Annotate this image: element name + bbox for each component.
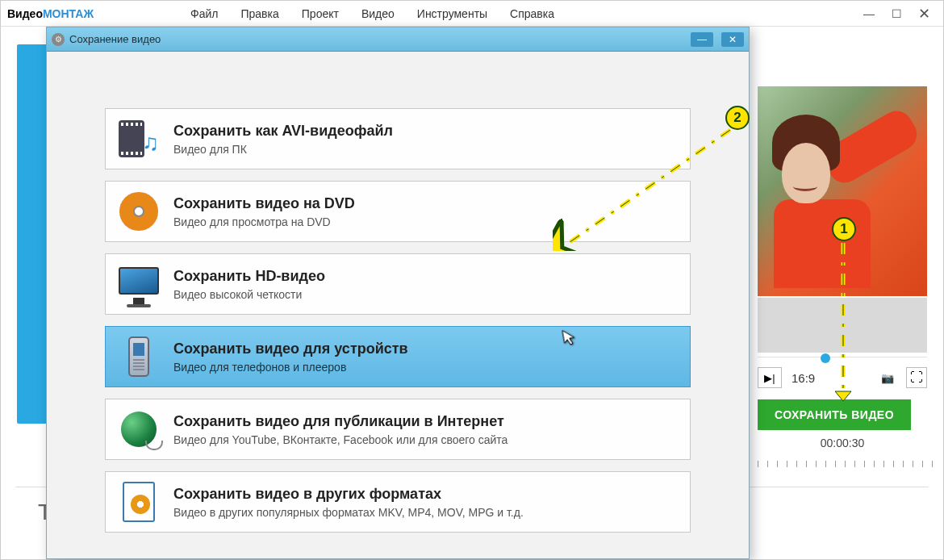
save-dialog: ⚙ Сохранение видео — ✕ ♫ Сохранить как A… <box>46 27 750 559</box>
option-desc: Видео для YouTube, ВКонтакте, Facebook и… <box>173 433 508 446</box>
next-button[interactable]: ▶| <box>758 367 782 388</box>
player-controls: ▶| 16:9 📷 ⛶ <box>758 362 927 393</box>
option-title: Сохранить видео для устройств <box>173 341 408 357</box>
app-menu: Файл Правка Проект Видео Инструменты Спр… <box>190 7 554 20</box>
dialog-title-bar[interactable]: ⚙ Сохранение видео — ✕ <box>47 27 749 52</box>
dialog-body: ♫ Сохранить как AVI-видеофайл Видео для … <box>47 52 749 533</box>
menu-project[interactable]: Проект <box>302 7 339 20</box>
option-save-dvd[interactable]: Сохранить видео на DVD Видео для просмот… <box>105 181 691 242</box>
option-title: Сохранить видео для публикации в Интерне… <box>173 413 508 430</box>
logo-text-1: Видео <box>7 7 43 20</box>
menu-file[interactable]: Файл <box>190 7 218 20</box>
dialog-minimize-button[interactable]: — <box>691 32 713 47</box>
option-title: Сохранить HD-видео <box>173 268 325 285</box>
dvd-disc-icon <box>117 190 161 233</box>
film-note-icon: ♫ <box>117 117 161 161</box>
option-desc: Видео высокой четкости <box>173 288 325 301</box>
app-maximize-button[interactable]: ☐ <box>883 5 909 23</box>
globe-icon <box>117 407 161 451</box>
logo-text-2: МОНТАЖ <box>43 7 94 20</box>
option-save-hd[interactable]: Сохранить HD-видео Видео высокой четкост… <box>105 253 691 315</box>
preview-padding <box>758 296 927 353</box>
snapshot-button[interactable]: 📷 <box>875 367 900 388</box>
annotation-marker-1: 1 <box>832 217 856 241</box>
preview-frame <box>758 86 927 296</box>
save-video-button[interactable]: СОХРАНИТЬ ВИДЕО <box>758 399 911 430</box>
annotation-marker-2: 2 <box>725 106 750 130</box>
dialog-icon: ⚙ <box>52 33 65 46</box>
fullscreen-button[interactable]: ⛶ <box>906 367 927 388</box>
menu-video[interactable]: Видео <box>361 7 395 20</box>
timecode-label: 00:00:30 <box>758 437 927 449</box>
monitor-icon <box>117 262 161 306</box>
aspect-ratio-label[interactable]: 16:9 <box>788 371 818 385</box>
file-reel-icon <box>117 480 161 524</box>
option-desc: Видео для телефонов и плееров <box>173 361 408 374</box>
app-window-controls: — ☐ ✕ <box>856 5 937 23</box>
menu-help[interactable]: Справка <box>510 7 554 20</box>
app-minimize-button[interactable]: — <box>856 5 882 23</box>
seek-bar[interactable] <box>758 353 927 357</box>
option-title: Сохранить видео в других форматах <box>173 486 524 503</box>
option-title: Сохранить видео на DVD <box>173 195 355 212</box>
option-save-other[interactable]: Сохранить видео в других форматах Видео … <box>105 471 691 533</box>
left-toolbar[interactable] <box>17 44 49 424</box>
app-close-button[interactable]: ✕ <box>911 5 937 23</box>
phone-icon <box>117 335 161 378</box>
app-title-bar: ВидеоМОНТАЖ Файл Правка Проект Видео Инс… <box>1 1 943 27</box>
preview-panel: ▶| 16:9 📷 ⛶ СОХРАНИТЬ ВИДЕО 00:00:30 <box>758 86 927 467</box>
option-save-avi[interactable]: ♫ Сохранить как AVI-видеофайл Видео для … <box>105 108 691 169</box>
app-window: ВидеоМОНТАЖ Файл Правка Проект Видео Инс… <box>0 0 944 560</box>
menu-edit[interactable]: Правка <box>240 7 278 20</box>
menu-tools[interactable]: Инструменты <box>417 7 487 20</box>
timeline-ruler[interactable] <box>758 453 935 467</box>
option-desc: Видео для ПК <box>173 143 393 156</box>
app-logo: ВидеоМОНТАЖ <box>7 7 94 20</box>
dialog-window-controls: — ✕ <box>691 32 744 47</box>
video-preview[interactable] <box>758 86 927 296</box>
option-save-devices[interactable]: Сохранить видео для устройств Видео для … <box>105 326 691 387</box>
seek-handle[interactable] <box>821 353 830 363</box>
option-desc: Видео для просмотра на DVD <box>173 215 355 228</box>
dialog-title: Сохранение видео <box>69 33 161 45</box>
option-title: Сохранить как AVI-видеофайл <box>173 123 393 140</box>
dialog-close-button[interactable]: ✕ <box>721 32 744 47</box>
option-save-internet[interactable]: Сохранить видео для публикации в Интерне… <box>105 399 691 460</box>
option-desc: Видео в других популярных форматах MKV, … <box>173 506 524 519</box>
